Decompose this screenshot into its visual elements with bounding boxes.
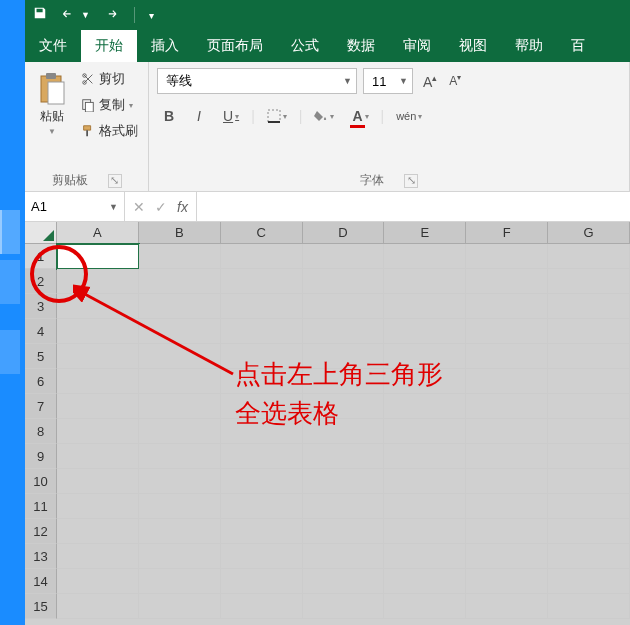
cell[interactable] (548, 594, 630, 619)
cell[interactable] (384, 244, 466, 269)
cell[interactable] (57, 444, 139, 469)
cell[interactable] (303, 544, 385, 569)
cell[interactable] (303, 344, 385, 369)
tab-file[interactable]: 文件 (25, 30, 81, 62)
tab-formula[interactable]: 公式 (277, 30, 333, 62)
cell[interactable] (303, 294, 385, 319)
clipboard-dialog-launcher[interactable]: ⤡ (108, 174, 122, 188)
cell[interactable] (548, 569, 630, 594)
cell[interactable] (57, 519, 139, 544)
row-header[interactable]: 9 (25, 444, 57, 469)
cell[interactable] (548, 244, 630, 269)
cell[interactable] (139, 319, 221, 344)
row-header[interactable]: 7 (25, 394, 57, 419)
cell[interactable] (466, 444, 548, 469)
cell[interactable] (303, 369, 385, 394)
cell[interactable] (139, 469, 221, 494)
cell[interactable] (466, 519, 548, 544)
cell[interactable] (57, 394, 139, 419)
tab-review[interactable]: 审阅 (389, 30, 445, 62)
row-header[interactable]: 13 (25, 544, 57, 569)
cell[interactable] (384, 544, 466, 569)
cell[interactable] (384, 369, 466, 394)
cell[interactable] (466, 344, 548, 369)
cell[interactable] (221, 594, 303, 619)
cell[interactable] (57, 344, 139, 369)
cell[interactable] (548, 469, 630, 494)
cells-area[interactable] (57, 244, 630, 625)
row-header[interactable]: 3 (25, 294, 57, 319)
cell[interactable] (57, 294, 139, 319)
cell[interactable] (384, 294, 466, 319)
cell[interactable] (466, 369, 548, 394)
cell[interactable] (548, 344, 630, 369)
cell[interactable] (548, 319, 630, 344)
cell[interactable] (384, 569, 466, 594)
cell[interactable] (221, 394, 303, 419)
cell[interactable] (221, 519, 303, 544)
cell[interactable] (384, 444, 466, 469)
cell[interactable] (139, 569, 221, 594)
cell[interactable] (384, 494, 466, 519)
row-header[interactable]: 14 (25, 569, 57, 594)
cell[interactable] (221, 419, 303, 444)
cell[interactable] (548, 544, 630, 569)
cell[interactable] (466, 244, 548, 269)
decrease-font-button[interactable]: A▾ (445, 71, 465, 92)
fill-color-button[interactable]: ▾ (308, 106, 340, 126)
row-header[interactable]: 2 (25, 269, 57, 294)
border-button[interactable]: ▾ (261, 105, 293, 127)
cell[interactable] (303, 469, 385, 494)
cell[interactable] (139, 244, 221, 269)
tab-data[interactable]: 数据 (333, 30, 389, 62)
cell[interactable] (139, 519, 221, 544)
cell[interactable] (466, 469, 548, 494)
tab-extra[interactable]: 百 (557, 30, 599, 62)
cell[interactable] (384, 594, 466, 619)
cell[interactable] (303, 494, 385, 519)
cell[interactable] (548, 444, 630, 469)
cell[interactable] (221, 469, 303, 494)
cell[interactable] (384, 519, 466, 544)
cell[interactable] (221, 344, 303, 369)
cell[interactable] (384, 419, 466, 444)
column-header[interactable]: B (139, 222, 221, 244)
row-header[interactable]: 11 (25, 494, 57, 519)
cell[interactable] (221, 244, 303, 269)
cell[interactable] (466, 269, 548, 294)
cell[interactable] (466, 544, 548, 569)
cell[interactable] (221, 444, 303, 469)
cell[interactable] (139, 544, 221, 569)
row-header[interactable]: 12 (25, 519, 57, 544)
save-icon[interactable] (33, 6, 47, 24)
increase-font-button[interactable]: A▴ (419, 71, 441, 92)
column-header[interactable]: F (466, 222, 548, 244)
cell[interactable] (303, 594, 385, 619)
cell[interactable] (466, 419, 548, 444)
phonetic-button[interactable]: wén▾ (390, 106, 428, 126)
font-size-combo[interactable]: 11 ▼ (363, 68, 413, 94)
cell[interactable] (466, 394, 548, 419)
cancel-formula-button[interactable]: ✕ (133, 199, 145, 215)
format-painter-button[interactable]: 格式刷 (79, 120, 140, 142)
cell[interactable] (139, 394, 221, 419)
column-header[interactable]: E (384, 222, 466, 244)
cell[interactable] (57, 469, 139, 494)
tab-insert[interactable]: 插入 (137, 30, 193, 62)
bold-button[interactable]: B (157, 104, 181, 128)
cell[interactable] (548, 394, 630, 419)
cell[interactable] (139, 444, 221, 469)
paste-button[interactable]: 粘贴 ▼ (33, 68, 71, 142)
cell[interactable] (548, 419, 630, 444)
cell[interactable] (221, 494, 303, 519)
cell[interactable] (139, 294, 221, 319)
cut-button[interactable]: 剪切 (79, 68, 140, 90)
cell[interactable] (139, 594, 221, 619)
cell[interactable] (384, 469, 466, 494)
cell[interactable] (466, 569, 548, 594)
row-header[interactable]: 8 (25, 419, 57, 444)
row-header[interactable]: 10 (25, 469, 57, 494)
cell[interactable] (57, 244, 139, 269)
cell[interactable] (221, 319, 303, 344)
cell[interactable] (466, 294, 548, 319)
